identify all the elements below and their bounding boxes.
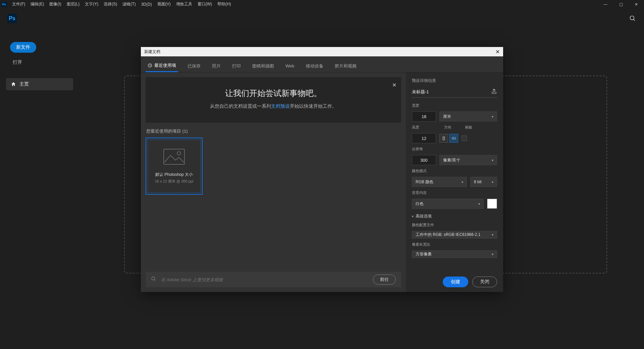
orientation-landscape-button[interactable] — [449, 134, 458, 143]
chevron-down-icon: ▾ — [492, 233, 493, 237]
preset-name: 默认 Photoshop 大小 — [155, 172, 193, 178]
preset-detail: 16 x 12 厘米 @ 300 ppi — [155, 179, 194, 184]
preset-details-pane: 预设详细信息 宽度 厘米▾ 高度 方向 画板 — [406, 72, 503, 292]
open-button[interactable]: 打开 — [6, 56, 73, 69]
tab-label: 最近使用项 — [154, 62, 176, 68]
home-icon — [11, 82, 16, 87]
menu-help[interactable]: 帮助(H) — [215, 0, 234, 8]
svg-rect-3 — [164, 149, 184, 164]
dialog-tabs: 最近使用项 已保存 照片 打印 图稿和插图 Web 移动设备 胶片和视频 — [141, 56, 503, 72]
svg-rect-7 — [492, 92, 496, 94]
menu-view[interactable]: 视图(V) — [155, 0, 173, 8]
pixel-aspect-value: 方形像素 — [416, 251, 432, 257]
dialog-footer: 创建 关闭 — [406, 272, 503, 292]
search-icon[interactable] — [629, 14, 637, 22]
color-profile-label: 颜色配置文件 — [412, 222, 497, 228]
tab-mobile[interactable]: 移动设备 — [304, 60, 325, 72]
adobe-stock-bar: 前往 — [146, 272, 401, 287]
menu-type[interactable]: 文字(Y) — [82, 0, 101, 8]
close-button[interactable]: 关闭 — [472, 277, 497, 287]
preset-card-default[interactable]: 默认 Photoshop 大小 16 x 12 厘米 @ 300 ppi — [146, 138, 203, 195]
unit-select[interactable]: 厘米▾ — [439, 111, 497, 121]
menu-edit[interactable]: 编辑(E) — [28, 0, 47, 8]
artboard-checkbox[interactable] — [462, 136, 467, 141]
menu-select[interactable]: 选择(S) — [101, 0, 120, 8]
resolution-unit-select[interactable]: 像素/英寸▾ — [439, 155, 497, 165]
background-value: 白色 — [416, 201, 424, 207]
orientation-portrait-button[interactable] — [439, 134, 448, 143]
dialog-title-bar: 新建文档 ✕ — [141, 47, 503, 56]
search-icon — [151, 276, 156, 283]
chevron-down-icon: ▾ — [478, 202, 480, 206]
new-document-dialog: 新建文档 ✕ 最近使用项 已保存 照片 打印 图稿和插图 Web 移动设备 胶片… — [141, 47, 503, 292]
banner-close-button[interactable]: ✕ — [392, 82, 396, 88]
tab-film[interactable]: 胶片和视频 — [333, 60, 359, 72]
svg-line-1 — [634, 19, 635, 21]
chevron-down-icon: ▾ — [492, 115, 493, 118]
save-preset-icon[interactable] — [491, 88, 497, 95]
background-color-swatch[interactable] — [487, 199, 497, 209]
sidebar-item-home[interactable]: 主页 — [6, 78, 73, 90]
ps-logo: Ps — [7, 14, 17, 23]
document-name-input[interactable] — [412, 89, 488, 94]
preset-details-title: 预设详细信息 — [412, 78, 497, 84]
stock-search-input[interactable] — [161, 277, 368, 282]
app-header: Ps — [0, 8, 644, 29]
tab-print[interactable]: 打印 — [230, 60, 243, 72]
svg-point-11 — [453, 138, 453, 139]
window-maximize-button[interactable]: ▢ — [613, 0, 629, 8]
tab-photo[interactable]: 照片 — [210, 60, 223, 72]
menu-layer[interactable]: 图层(L) — [64, 0, 83, 8]
advanced-options-toggle[interactable]: ▾ 高级选项 — [412, 213, 497, 219]
recent-items-label: 您最近使用的项目 (1) — [146, 128, 400, 134]
menu-file[interactable]: 文件(F) — [9, 0, 28, 8]
width-input[interactable] — [412, 111, 436, 121]
pixel-aspect-select[interactable]: 方形像素▾ — [412, 250, 497, 258]
svg-line-6 — [154, 280, 155, 281]
resolution-label: 分辨率 — [412, 147, 497, 152]
resolution-unit-value: 像素/英寸 — [443, 157, 460, 163]
chevron-down-icon: ▾ — [492, 158, 493, 162]
colormode-select[interactable]: RGB 颜色▾ — [412, 177, 467, 187]
portrait-icon — [441, 136, 446, 141]
svg-point-0 — [630, 16, 634, 20]
color-profile-select[interactable]: 工作中的 RGB: sRGB IEC61966-2.1▾ — [412, 231, 497, 239]
orientation-label: 方向 — [444, 125, 451, 130]
bitdepth-select[interactable]: 8 bit▾ — [470, 177, 497, 187]
banner-presets-link[interactable]: 文档预设 — [271, 103, 290, 109]
height-input[interactable] — [412, 133, 436, 143]
chevron-down-icon: ▾ — [462, 180, 463, 184]
chevron-down-icon: ▾ — [412, 214, 414, 218]
dialog-close-button[interactable]: ✕ — [495, 49, 500, 55]
menu-filter[interactable]: 滤镜(T) — [120, 0, 138, 8]
menu-plugins[interactable]: 增效工具 — [173, 0, 195, 8]
create-button[interactable]: 创建 — [443, 277, 468, 287]
tab-saved[interactable]: 已保存 — [185, 60, 203, 72]
window-close-button[interactable]: ✕ — [629, 0, 644, 8]
colormode-label: 颜色模式 — [412, 168, 497, 173]
resolution-input[interactable] — [412, 155, 436, 165]
advanced-label: 高级选项 — [416, 213, 432, 219]
tab-web[interactable]: Web — [283, 61, 297, 71]
width-label: 宽度 — [412, 103, 497, 108]
bitdepth-value: 8 bit — [474, 180, 482, 184]
banner-text-post: 开始以快速开始工作。 — [290, 103, 337, 109]
image-icon — [163, 148, 185, 165]
dialog-left-pane: ✕ 让我们开始尝试新事物吧。 从您自己的文档设置或一系列文档预设开始以快速开始工… — [141, 72, 406, 292]
chevron-down-icon: ▾ — [492, 180, 493, 184]
stock-go-button[interactable]: 前往 — [373, 275, 396, 285]
background-select[interactable]: 白色▾ — [412, 199, 484, 209]
menu-window[interactable]: 窗口(W) — [195, 0, 215, 8]
home-sidebar: 新文件 打开 主页 — [6, 42, 73, 90]
menu-3d[interactable]: 3D(D) — [139, 1, 155, 8]
svg-point-5 — [152, 277, 155, 280]
new-file-button[interactable]: 新文件 — [10, 42, 36, 53]
tab-art[interactable]: 图稿和插图 — [250, 60, 276, 72]
menu-image[interactable]: 图像(I) — [47, 0, 64, 8]
chevron-down-icon: ▾ — [492, 252, 493, 256]
clock-icon — [148, 63, 152, 68]
tab-recent[interactable]: 最近使用项 — [146, 60, 178, 72]
menu-bar: Ps 文件(F) 编辑(E) 图像(I) 图层(L) 文字(Y) 选择(S) 滤… — [0, 0, 644, 8]
window-minimize-button[interactable]: — — [598, 0, 613, 8]
sidebar-item-label: 主页 — [19, 81, 29, 87]
